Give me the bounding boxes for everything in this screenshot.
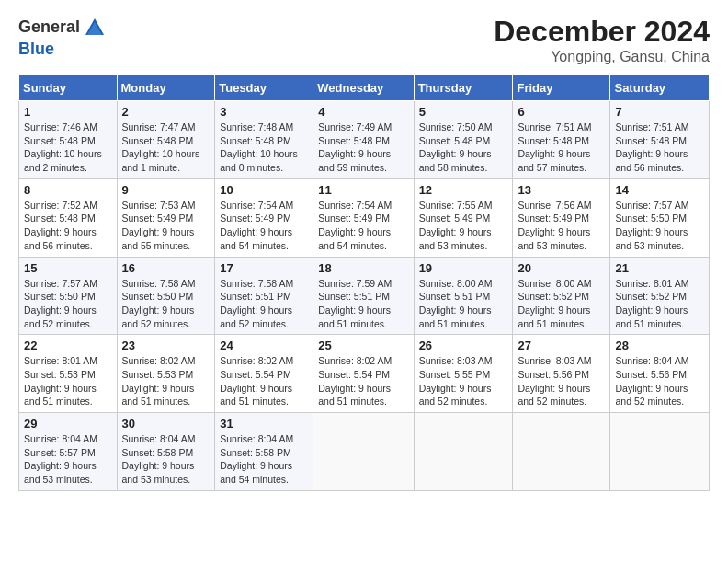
- page: General Blue December 2024 Yongping, Gan…: [0, 0, 728, 563]
- day-info: Sunrise: 8:00 AMSunset: 5:52 PMDaylight:…: [518, 277, 605, 331]
- day-number: 5: [419, 105, 508, 119]
- day-info: Sunrise: 7:53 AMSunset: 5:49 PMDaylight:…: [122, 199, 210, 253]
- day-info: Sunrise: 8:00 AMSunset: 5:51 PMDaylight:…: [419, 277, 508, 331]
- weekday-header: Monday: [117, 75, 215, 101]
- weekday-header: Friday: [513, 75, 610, 101]
- calendar-cell: 2Sunrise: 7:47 AMSunset: 5:48 PMDaylight…: [117, 101, 215, 179]
- calendar-cell: 12Sunrise: 7:55 AMSunset: 5:49 PMDayligh…: [414, 178, 513, 257]
- calendar-cell: 20Sunrise: 8:00 AMSunset: 5:52 PMDayligh…: [513, 257, 610, 335]
- header-row: SundayMondayTuesdayWednesdayThursdayFrid…: [19, 75, 710, 101]
- logo-general: General: [18, 18, 80, 37]
- location: Yongping, Gansu, China: [494, 49, 710, 65]
- calendar-cell: 24Sunrise: 8:02 AMSunset: 5:54 PMDayligh…: [215, 335, 313, 413]
- day-number: 31: [220, 417, 308, 431]
- day-number: 29: [24, 417, 112, 431]
- day-info: Sunrise: 7:50 AMSunset: 5:48 PMDaylight:…: [419, 121, 508, 175]
- day-number: 11: [318, 183, 408, 197]
- day-info: Sunrise: 7:58 AMSunset: 5:51 PMDaylight:…: [220, 277, 308, 331]
- header: General Blue December 2024 Yongping, Gan…: [18, 15, 710, 65]
- day-number: 8: [24, 183, 112, 197]
- calendar-cell: 4Sunrise: 7:49 AMSunset: 5:48 PMDaylight…: [313, 101, 414, 179]
- calendar-header: SundayMondayTuesdayWednesdayThursdayFrid…: [19, 75, 710, 101]
- day-number: 26: [419, 339, 508, 352]
- calendar-cell: 10Sunrise: 7:54 AMSunset: 5:49 PMDayligh…: [215, 178, 313, 257]
- day-number: 7: [615, 105, 704, 119]
- day-number: 15: [24, 261, 112, 275]
- day-number: 19: [419, 261, 508, 275]
- day-info: Sunrise: 8:03 AMSunset: 5:56 PMDaylight:…: [518, 354, 605, 408]
- calendar-week-row: 8Sunrise: 7:52 AMSunset: 5:48 PMDaylight…: [19, 178, 710, 257]
- day-info: Sunrise: 7:55 AMSunset: 5:49 PMDaylight:…: [419, 199, 508, 253]
- day-info: Sunrise: 7:49 AMSunset: 5:48 PMDaylight:…: [318, 121, 408, 175]
- day-number: 20: [518, 261, 605, 275]
- calendar-cell: 16Sunrise: 7:58 AMSunset: 5:50 PMDayligh…: [117, 257, 215, 335]
- calendar-cell: [313, 413, 414, 491]
- calendar-cell: 23Sunrise: 8:02 AMSunset: 5:53 PMDayligh…: [117, 335, 215, 413]
- day-number: 10: [220, 183, 308, 197]
- calendar-cell: 17Sunrise: 7:58 AMSunset: 5:51 PMDayligh…: [215, 257, 313, 335]
- day-info: Sunrise: 7:48 AMSunset: 5:48 PMDaylight:…: [220, 121, 308, 175]
- logo-icon: [82, 15, 108, 40]
- day-info: Sunrise: 7:51 AMSunset: 5:48 PMDaylight:…: [518, 121, 605, 175]
- day-info: Sunrise: 7:56 AMSunset: 5:49 PMDaylight:…: [518, 199, 605, 253]
- day-number: 1: [24, 105, 112, 119]
- calendar-cell: [610, 413, 710, 491]
- day-info: Sunrise: 7:57 AMSunset: 5:50 PMDaylight:…: [615, 199, 704, 253]
- day-number: 21: [615, 261, 704, 275]
- day-number: 25: [318, 339, 408, 352]
- day-info: Sunrise: 7:58 AMSunset: 5:50 PMDaylight:…: [122, 277, 210, 331]
- calendar-cell: 19Sunrise: 8:00 AMSunset: 5:51 PMDayligh…: [414, 257, 513, 335]
- calendar-cell: 29Sunrise: 8:04 AMSunset: 5:57 PMDayligh…: [19, 413, 118, 491]
- calendar-cell: 5Sunrise: 7:50 AMSunset: 5:48 PMDaylight…: [414, 101, 513, 179]
- calendar-cell: 7Sunrise: 7:51 AMSunset: 5:48 PMDaylight…: [610, 101, 710, 179]
- calendar-week-row: 15Sunrise: 7:57 AMSunset: 5:50 PMDayligh…: [19, 257, 710, 335]
- day-number: 16: [122, 261, 210, 275]
- day-info: Sunrise: 7:51 AMSunset: 5:48 PMDaylight:…: [615, 121, 704, 175]
- calendar-week-row: 29Sunrise: 8:04 AMSunset: 5:57 PMDayligh…: [19, 413, 710, 491]
- day-number: 14: [615, 183, 704, 197]
- day-number: 6: [518, 105, 605, 119]
- calendar-cell: 26Sunrise: 8:03 AMSunset: 5:55 PMDayligh…: [414, 335, 513, 413]
- logo-blue: Blue: [18, 40, 54, 58]
- day-number: 28: [615, 339, 704, 352]
- weekday-header: Saturday: [610, 75, 710, 101]
- calendar-cell: 28Sunrise: 8:04 AMSunset: 5:56 PMDayligh…: [610, 335, 710, 413]
- day-info: Sunrise: 8:01 AMSunset: 5:52 PMDaylight:…: [615, 277, 704, 331]
- day-number: 27: [518, 339, 605, 352]
- calendar-table: SundayMondayTuesdayWednesdayThursdayFrid…: [18, 75, 710, 491]
- title-block: December 2024 Yongping, Gansu, China: [494, 15, 710, 65]
- weekday-header: Sunday: [19, 75, 118, 101]
- day-info: Sunrise: 7:59 AMSunset: 5:51 PMDaylight:…: [318, 277, 408, 331]
- day-number: 30: [122, 417, 210, 431]
- day-number: 13: [518, 183, 605, 197]
- day-info: Sunrise: 7:54 AMSunset: 5:49 PMDaylight:…: [220, 199, 308, 253]
- calendar-cell: 1Sunrise: 7:46 AMSunset: 5:48 PMDaylight…: [19, 101, 118, 179]
- calendar-cell: [414, 413, 513, 491]
- calendar-week-row: 1Sunrise: 7:46 AMSunset: 5:48 PMDaylight…: [19, 101, 710, 179]
- day-number: 12: [419, 183, 508, 197]
- calendar-cell: 9Sunrise: 7:53 AMSunset: 5:49 PMDaylight…: [117, 178, 215, 257]
- calendar-cell: 3Sunrise: 7:48 AMSunset: 5:48 PMDaylight…: [215, 101, 313, 179]
- day-number: 18: [318, 261, 408, 275]
- day-info: Sunrise: 8:04 AMSunset: 5:58 PMDaylight:…: [220, 432, 308, 487]
- calendar-cell: 11Sunrise: 7:54 AMSunset: 5:49 PMDayligh…: [313, 178, 414, 257]
- day-info: Sunrise: 8:04 AMSunset: 5:58 PMDaylight:…: [122, 432, 210, 487]
- day-info: Sunrise: 7:46 AMSunset: 5:48 PMDaylight:…: [24, 121, 112, 175]
- calendar-cell: 21Sunrise: 8:01 AMSunset: 5:52 PMDayligh…: [610, 257, 710, 335]
- day-number: 24: [220, 339, 308, 352]
- day-info: Sunrise: 8:03 AMSunset: 5:55 PMDaylight:…: [419, 354, 508, 408]
- day-info: Sunrise: 8:02 AMSunset: 5:54 PMDaylight:…: [318, 354, 408, 408]
- weekday-header: Tuesday: [215, 75, 313, 101]
- day-info: Sunrise: 7:54 AMSunset: 5:49 PMDaylight:…: [318, 199, 408, 253]
- calendar-cell: 8Sunrise: 7:52 AMSunset: 5:48 PMDaylight…: [19, 178, 118, 257]
- day-number: 4: [318, 105, 408, 119]
- day-info: Sunrise: 8:01 AMSunset: 5:53 PMDaylight:…: [24, 354, 112, 408]
- day-info: Sunrise: 7:52 AMSunset: 5:48 PMDaylight:…: [24, 199, 112, 253]
- day-number: 9: [122, 183, 210, 197]
- calendar-cell: 25Sunrise: 8:02 AMSunset: 5:54 PMDayligh…: [313, 335, 414, 413]
- day-number: 17: [220, 261, 308, 275]
- month-title: December 2024: [494, 15, 710, 49]
- calendar-cell: 30Sunrise: 8:04 AMSunset: 5:58 PMDayligh…: [117, 413, 215, 491]
- day-number: 3: [220, 105, 308, 119]
- day-number: 22: [24, 339, 112, 352]
